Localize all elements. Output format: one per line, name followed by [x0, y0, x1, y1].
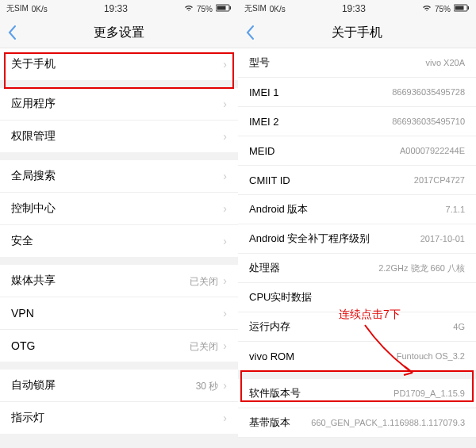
chevron-right-icon: › — [223, 307, 227, 320]
clock: 19:33 — [342, 3, 366, 14]
row-permissions[interactable]: 权限管理 › — [0, 121, 238, 152]
chevron-right-icon: › — [223, 202, 227, 215]
row-imei1[interactable]: IMEI 1866936035495728 — [238, 78, 476, 107]
clock: 19:33 — [104, 3, 128, 14]
battery-icon — [454, 4, 470, 13]
row-imei2[interactable]: IMEI 2866936035495710 — [238, 107, 476, 136]
row-cpu-realtime[interactable]: CPU实时数据 — [238, 283, 476, 312]
nav-header: 更多设置 — [0, 17, 238, 48]
chevron-right-icon: › — [223, 170, 227, 182]
row-baseband[interactable]: 基带版本660_GEN_PACK_1.116988.1.117079.3 — [238, 408, 476, 438]
chevron-right-icon: › — [223, 98, 227, 110]
svg-rect-1 — [217, 6, 226, 10]
row-vpn[interactable]: VPN › — [0, 297, 238, 330]
row-otg[interactable]: OTG 已关闭› — [0, 330, 238, 362]
row-media-share[interactable]: 媒体共享 已关闭› — [0, 265, 238, 297]
back-icon[interactable] — [244, 24, 255, 44]
row-auto-lock[interactable]: 自动锁屏 30 秒› — [0, 370, 238, 402]
net-speed: 0K/s — [32, 5, 48, 13]
svg-rect-5 — [468, 6, 470, 10]
battery-pct: 75% — [435, 5, 451, 13]
row-cmiit[interactable]: CMIIT ID2017CP4727 — [238, 166, 476, 195]
svg-rect-2 — [230, 6, 232, 10]
about-list: 型号vivo X20A IMEI 1866936035495728 IMEI 2… — [238, 48, 476, 448]
left-screenshot: 无SIM 0K/s 19:33 75% 更多设置 — [0, 0, 238, 448]
chevron-right-icon: › — [223, 58, 227, 71]
wifi-icon — [184, 4, 194, 13]
status-bar: 无SIM 0K/s 19:33 75% — [238, 0, 476, 17]
row-security-patch[interactable]: Android 安全补丁程序级别2017-10-01 — [238, 224, 476, 254]
settings-list: 关于手机 › 应用程序 › 权限管理 › 全局搜索 › — [0, 48, 238, 448]
chevron-right-icon: › — [223, 235, 227, 247]
page-title: 更多设置 — [94, 25, 144, 41]
page-title: 关于手机 — [332, 25, 382, 41]
sim-status: 无SIM — [6, 3, 29, 14]
row-ram[interactable]: 运行内存4G — [238, 312, 476, 342]
row-android-version[interactable]: Android 版本7.1.1 — [238, 195, 476, 224]
battery-icon — [216, 4, 232, 13]
chevron-right-icon: › — [223, 412, 227, 424]
row-security[interactable]: 安全 › — [0, 225, 238, 257]
battery-pct: 75% — [197, 5, 213, 13]
wifi-icon — [422, 4, 432, 13]
nav-header: 关于手机 — [238, 17, 476, 48]
status-bar: 无SIM 0K/s 19:33 75% — [0, 0, 238, 17]
right-screenshot: 无SIM 0K/s 19:33 75% 关于手机 型号vivo X20A I — [238, 0, 476, 448]
row-control-center[interactable]: 控制中心 › — [0, 193, 238, 225]
chevron-right-icon: › — [223, 274, 227, 287]
chevron-right-icon: › — [223, 339, 227, 352]
row-indicator[interactable]: 指示灯 › — [0, 402, 238, 434]
row-model[interactable]: 型号vivo X20A — [238, 48, 476, 78]
row-about-phone[interactable]: 关于手机 › — [0, 48, 238, 80]
row-processor[interactable]: 处理器2.2GHz 骁龙 660 八核 — [238, 254, 476, 283]
chevron-right-icon: › — [223, 130, 227, 143]
back-icon[interactable] — [6, 24, 17, 44]
row-vivo-rom[interactable]: vivo ROMFuntouch OS_3.2 — [238, 342, 476, 371]
row-apps[interactable]: 应用程序 › — [0, 88, 238, 121]
row-meid[interactable]: MEIDA00007922244E — [238, 136, 476, 166]
row-software-version[interactable]: 软件版本号PD1709_A_1.15.9 — [238, 379, 476, 408]
chevron-right-icon: › — [223, 379, 227, 392]
svg-rect-4 — [455, 6, 464, 10]
net-speed: 0K/s — [270, 5, 286, 13]
row-global-search[interactable]: 全局搜索 › — [0, 160, 238, 193]
sim-status: 无SIM — [244, 3, 267, 14]
